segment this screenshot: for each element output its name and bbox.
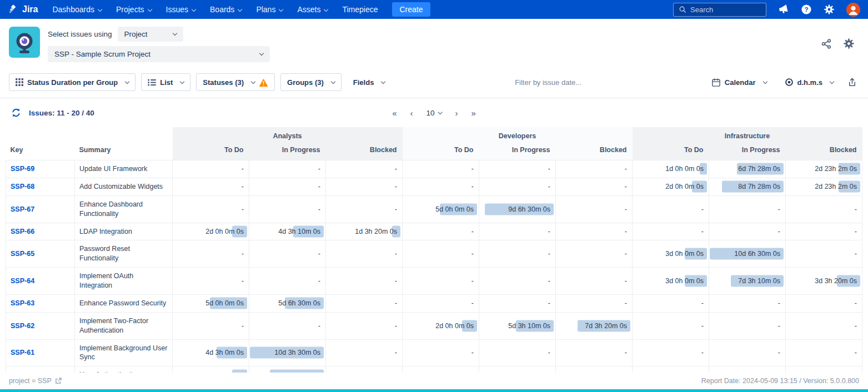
pagination: « ‹ 10 › » [392, 109, 476, 117]
duration-cell: 10d 6h 30m 0s [709, 240, 786, 268]
status-column-header[interactable]: Blocked [786, 143, 862, 160]
chevron-down-icon [192, 7, 196, 12]
nav-boards[interactable]: Boards [210, 5, 242, 14]
nav-timepiece[interactable]: Timepiece [342, 5, 378, 14]
nav-issues[interactable]: Issues [166, 5, 195, 14]
duration-cell: - [786, 195, 862, 223]
view-label: List [160, 78, 173, 87]
help-icon[interactable]: ? [801, 4, 812, 15]
chevron-down-icon [259, 51, 264, 56]
status-column-header[interactable]: To Do [173, 143, 249, 160]
issue-summary: Enhance Dashboard Functionality [75, 195, 173, 223]
duration-cell: - [326, 195, 403, 223]
column-header-row: KeySummaryTo DoIn ProgressBlockedTo DoIn… [6, 143, 862, 160]
next-page-button[interactable]: › [455, 109, 458, 117]
nav-dashboards[interactable]: Dashboards [52, 5, 102, 14]
issue-key-link[interactable]: SSP-65 [11, 250, 34, 258]
duration-cell: - [249, 160, 326, 178]
search-input[interactable] [690, 6, 757, 14]
status-column-header[interactable]: In Progress [709, 143, 786, 160]
nav-projects[interactable]: Projects [116, 5, 152, 14]
export-icon[interactable] [845, 75, 859, 89]
status-column-header[interactable]: Blocked [326, 143, 403, 160]
report-settings-gear-icon[interactable] [843, 38, 855, 49]
user-avatar[interactable] [846, 3, 860, 17]
duration-cell: - [249, 268, 326, 295]
issue-key-link[interactable]: SSP-64 [11, 277, 34, 285]
issue-summary: User Authentication [75, 366, 173, 373]
issues-bar: Issues: 11 - 20 / 40 « ‹ 10 › » [0, 98, 868, 127]
issue-date-filter[interactable]: Filter by issue date... [515, 78, 581, 87]
fields-button[interactable]: Fields [347, 73, 392, 91]
project-select[interactable]: SSP - Sample Scrum Project [48, 46, 270, 62]
search-box[interactable] [673, 3, 766, 17]
calendar-label: Calendar [725, 78, 756, 87]
groups-filter-button[interactable]: Groups (3) [280, 73, 342, 91]
header-spacer [6, 127, 173, 143]
issue-key-link[interactable]: SSP-67 [11, 205, 34, 213]
duration-cell: 2d 23h 2m 0s [786, 160, 862, 178]
first-page-button[interactable]: « [392, 109, 397, 117]
duration-cell: - [556, 223, 633, 240]
issue-summary: Add Customizable Widgets [75, 178, 173, 195]
calendar-select[interactable]: Calendar [705, 73, 773, 91]
group-header: Developers [403, 127, 633, 143]
duration-cell: 5d 3h 10m 0s [479, 312, 556, 339]
groups-label: Groups (3) [287, 78, 324, 87]
refresh-button[interactable] [9, 105, 23, 120]
duration-cell: 2d 23h 2m 0s [786, 178, 862, 195]
duration-cell: - [709, 195, 786, 223]
settings-gear-icon[interactable] [824, 4, 835, 15]
status-column-header[interactable]: Blocked [556, 143, 633, 160]
page-size-select[interactable]: 10 [426, 109, 441, 117]
duration-cell: - [173, 268, 249, 295]
issue-key-link[interactable]: SSP-62 [11, 322, 34, 330]
chevron-down-icon [381, 79, 385, 83]
duration-cell: - [633, 366, 709, 373]
issue-row: SSP-61Implement Background User Sync4d 3… [6, 339, 862, 366]
status-column-header[interactable]: To Do [633, 143, 709, 160]
nav-plans[interactable]: Plans [256, 5, 283, 14]
issue-key-link[interactable]: SSP-68 [11, 183, 34, 190]
nav-assets[interactable]: Assets [297, 5, 328, 14]
statuses-filter-button[interactable]: Statuses (3) [196, 73, 275, 91]
status-column-header[interactable]: In Progress [249, 143, 326, 160]
issue-key-link[interactable]: SSP-69 [11, 165, 34, 173]
issue-source-select[interactable]: Project [118, 27, 183, 42]
issue-key-link[interactable]: SSP-61 [11, 349, 34, 356]
status-column-header[interactable]: In Progress [479, 143, 556, 160]
duration-cell: 3d 0h 0m 0s [633, 240, 709, 268]
jira-home-link[interactable]: Jira [8, 4, 38, 15]
duration-format-label: d.h.m.s [797, 78, 823, 87]
create-button[interactable]: Create [392, 2, 430, 17]
announcements-icon[interactable] [778, 4, 789, 15]
key-column-header[interactable]: Key [6, 143, 75, 160]
issue-source-value: Project [124, 30, 148, 38]
duration-cell: 2d 0h 0m 0s [173, 366, 249, 373]
share-icon[interactable] [821, 38, 832, 49]
fields-label: Fields [353, 78, 374, 87]
group-header-row: AnalystsDevelopersInfrastructure [6, 127, 862, 143]
duration-cell: 3d 0h 0m 0s [633, 268, 709, 295]
duration-cell: - [556, 366, 633, 373]
filter-link[interactable]: project = SSP [9, 377, 62, 385]
prev-page-button[interactable]: ‹ [410, 109, 413, 117]
duration-format-select[interactable]: d.h.m.s [779, 73, 840, 91]
status-column-header[interactable]: To Do [403, 143, 479, 160]
page-size-value: 10 [426, 109, 434, 117]
duration-cell: - [556, 339, 633, 366]
duration-cell: - [556, 160, 633, 178]
issue-key-link[interactable]: SSP-66 [11, 228, 34, 235]
duration-cell: - [709, 339, 786, 366]
summary-column-header[interactable]: Summary [75, 143, 173, 160]
last-page-button[interactable]: » [471, 109, 476, 117]
duration-cell: - [633, 312, 709, 339]
report-type-select[interactable]: Status Duration per Group [9, 73, 136, 91]
project-value: SSP - Sample Scrum Project [54, 50, 150, 58]
bottom-accent-bar [0, 389, 868, 392]
view-select[interactable]: List [141, 73, 190, 91]
duration-cell: - [633, 195, 709, 223]
duration-cell: - [326, 312, 403, 339]
issue-key-link[interactable]: SSP-63 [11, 299, 34, 307]
issue-summary: Enhance Password Security [75, 294, 173, 312]
